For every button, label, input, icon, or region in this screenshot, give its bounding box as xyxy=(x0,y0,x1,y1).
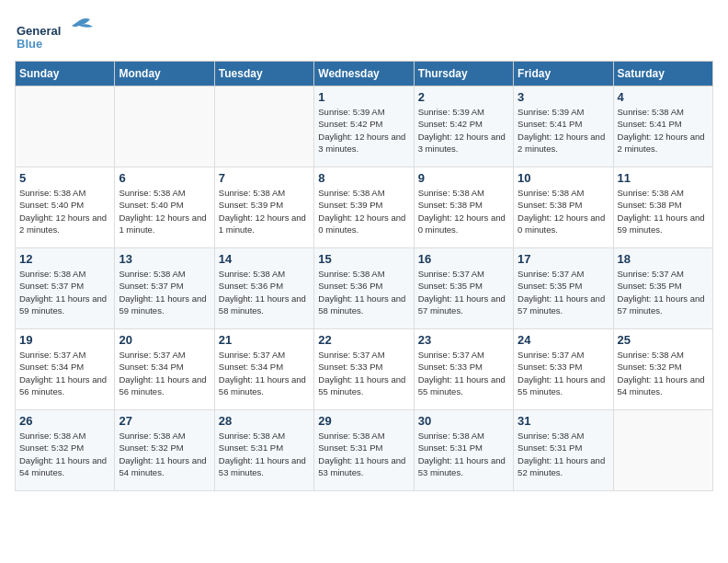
day-number: 5 xyxy=(19,171,110,185)
svg-text:Blue: Blue xyxy=(17,37,42,51)
calendar-cell: 24Sunrise: 5:37 AM Sunset: 5:33 PM Dayli… xyxy=(514,329,613,410)
calendar-cell: 31Sunrise: 5:38 AM Sunset: 5:31 PM Dayli… xyxy=(514,410,613,491)
day-info: Sunrise: 5:38 AM Sunset: 5:32 PM Dayligh… xyxy=(618,349,709,397)
calendar-cell: 18Sunrise: 5:37 AM Sunset: 5:35 PM Dayli… xyxy=(613,248,712,329)
day-number: 29 xyxy=(318,414,409,428)
calendar-week-row: 5Sunrise: 5:38 AM Sunset: 5:40 PM Daylig… xyxy=(16,167,713,248)
day-number: 12 xyxy=(19,252,110,266)
calendar-cell: 7Sunrise: 5:38 AM Sunset: 5:39 PM Daylig… xyxy=(214,167,313,248)
day-number: 22 xyxy=(318,333,409,347)
day-info: Sunrise: 5:38 AM Sunset: 5:36 PM Dayligh… xyxy=(318,268,409,316)
day-info: Sunrise: 5:38 AM Sunset: 5:31 PM Dayligh… xyxy=(518,430,609,478)
day-info: Sunrise: 5:39 AM Sunset: 5:41 PM Dayligh… xyxy=(518,106,609,155)
day-info: Sunrise: 5:38 AM Sunset: 5:39 PM Dayligh… xyxy=(318,187,409,236)
day-number: 24 xyxy=(518,333,609,347)
day-info: Sunrise: 5:38 AM Sunset: 5:31 PM Dayligh… xyxy=(418,430,509,478)
day-info: Sunrise: 5:38 AM Sunset: 5:39 PM Dayligh… xyxy=(219,187,310,236)
calendar-cell: 4Sunrise: 5:38 AM Sunset: 5:41 PM Daylig… xyxy=(613,86,712,167)
day-info: Sunrise: 5:38 AM Sunset: 5:31 PM Dayligh… xyxy=(318,430,409,478)
calendar-cell: 11Sunrise: 5:38 AM Sunset: 5:38 PM Dayli… xyxy=(613,167,712,248)
calendar-week-row: 19Sunrise: 5:37 AM Sunset: 5:34 PM Dayli… xyxy=(16,329,713,410)
calendar-week-row: 12Sunrise: 5:38 AM Sunset: 5:37 PM Dayli… xyxy=(16,248,713,329)
day-info: Sunrise: 5:38 AM Sunset: 5:31 PM Dayligh… xyxy=(219,430,310,478)
calendar-cell: 30Sunrise: 5:38 AM Sunset: 5:31 PM Dayli… xyxy=(414,410,513,491)
calendar-cell: 27Sunrise: 5:38 AM Sunset: 5:32 PM Dayli… xyxy=(115,410,214,491)
day-number: 26 xyxy=(19,414,110,428)
calendar-cell: 19Sunrise: 5:37 AM Sunset: 5:34 PM Dayli… xyxy=(16,329,115,410)
day-number: 4 xyxy=(618,90,709,104)
calendar-cell: 23Sunrise: 5:37 AM Sunset: 5:33 PM Dayli… xyxy=(414,329,513,410)
calendar-cell: 16Sunrise: 5:37 AM Sunset: 5:35 PM Dayli… xyxy=(414,248,513,329)
day-number: 14 xyxy=(219,252,310,266)
day-number: 18 xyxy=(618,252,709,266)
day-number: 25 xyxy=(618,333,709,347)
day-info: Sunrise: 5:38 AM Sunset: 5:40 PM Dayligh… xyxy=(119,187,210,236)
calendar-cell: 3Sunrise: 5:39 AM Sunset: 5:41 PM Daylig… xyxy=(514,86,613,167)
day-info: Sunrise: 5:37 AM Sunset: 5:35 PM Dayligh… xyxy=(418,268,509,316)
calendar-cell: 9Sunrise: 5:38 AM Sunset: 5:38 PM Daylig… xyxy=(414,167,513,248)
day-number: 31 xyxy=(518,414,609,428)
calendar-cell: 14Sunrise: 5:38 AM Sunset: 5:36 PM Dayli… xyxy=(214,248,313,329)
day-info: Sunrise: 5:38 AM Sunset: 5:32 PM Dayligh… xyxy=(119,430,210,478)
day-number: 13 xyxy=(119,252,210,266)
calendar-cell: 15Sunrise: 5:38 AM Sunset: 5:36 PM Dayli… xyxy=(314,248,414,329)
weekday-header-cell: Tuesday xyxy=(214,62,313,86)
calendar-cell: 29Sunrise: 5:38 AM Sunset: 5:31 PM Dayli… xyxy=(314,410,414,491)
svg-text:General: General xyxy=(17,24,61,38)
calendar-body: 1Sunrise: 5:39 AM Sunset: 5:42 PM Daylig… xyxy=(16,86,713,491)
weekday-header-cell: Wednesday xyxy=(314,62,414,86)
day-info: Sunrise: 5:38 AM Sunset: 5:38 PM Dayligh… xyxy=(418,187,509,236)
calendar-cell: 8Sunrise: 5:38 AM Sunset: 5:39 PM Daylig… xyxy=(314,167,414,248)
weekday-header-cell: Monday xyxy=(115,62,214,86)
calendar-cell: 25Sunrise: 5:38 AM Sunset: 5:32 PM Dayli… xyxy=(613,329,712,410)
calendar-cell xyxy=(613,410,712,491)
day-info: Sunrise: 5:37 AM Sunset: 5:33 PM Dayligh… xyxy=(518,349,609,397)
day-info: Sunrise: 5:39 AM Sunset: 5:42 PM Dayligh… xyxy=(418,106,509,155)
day-number: 7 xyxy=(219,171,310,185)
day-number: 27 xyxy=(119,414,210,428)
day-number: 15 xyxy=(318,252,409,266)
calendar-cell: 10Sunrise: 5:38 AM Sunset: 5:38 PM Dayli… xyxy=(514,167,613,248)
day-info: Sunrise: 5:37 AM Sunset: 5:34 PM Dayligh… xyxy=(119,349,210,397)
day-number: 19 xyxy=(19,333,110,347)
calendar-cell: 21Sunrise: 5:37 AM Sunset: 5:34 PM Dayli… xyxy=(214,329,313,410)
calendar-week-row: 1Sunrise: 5:39 AM Sunset: 5:42 PM Daylig… xyxy=(16,86,713,167)
day-info: Sunrise: 5:37 AM Sunset: 5:35 PM Dayligh… xyxy=(518,268,609,316)
calendar-cell: 12Sunrise: 5:38 AM Sunset: 5:37 PM Dayli… xyxy=(16,248,115,329)
calendar-cell: 6Sunrise: 5:38 AM Sunset: 5:40 PM Daylig… xyxy=(115,167,214,248)
calendar-table: SundayMondayTuesdayWednesdayThursdayFrid… xyxy=(15,61,713,491)
weekday-header-cell: Sunday xyxy=(16,62,115,86)
calendar-cell: 22Sunrise: 5:37 AM Sunset: 5:33 PM Dayli… xyxy=(314,329,414,410)
day-number: 28 xyxy=(219,414,310,428)
calendar-cell xyxy=(16,86,115,167)
day-info: Sunrise: 5:38 AM Sunset: 5:38 PM Dayligh… xyxy=(618,187,709,236)
calendar-cell xyxy=(214,86,313,167)
day-number: 2 xyxy=(418,90,509,104)
day-info: Sunrise: 5:38 AM Sunset: 5:38 PM Dayligh… xyxy=(518,187,609,236)
calendar-cell: 1Sunrise: 5:39 AM Sunset: 5:42 PM Daylig… xyxy=(314,86,414,167)
logo: General Blue xyxy=(15,15,97,52)
day-info: Sunrise: 5:37 AM Sunset: 5:35 PM Dayligh… xyxy=(618,268,709,316)
day-number: 3 xyxy=(518,90,609,104)
day-info: Sunrise: 5:38 AM Sunset: 5:41 PM Dayligh… xyxy=(618,106,709,155)
weekday-header-cell: Friday xyxy=(514,62,613,86)
day-info: Sunrise: 5:37 AM Sunset: 5:34 PM Dayligh… xyxy=(19,349,110,397)
day-number: 6 xyxy=(119,171,210,185)
day-number: 8 xyxy=(318,171,409,185)
calendar-cell: 20Sunrise: 5:37 AM Sunset: 5:34 PM Dayli… xyxy=(115,329,214,410)
day-number: 11 xyxy=(618,171,709,185)
day-info: Sunrise: 5:38 AM Sunset: 5:32 PM Dayligh… xyxy=(19,430,110,478)
calendar-cell: 13Sunrise: 5:38 AM Sunset: 5:37 PM Dayli… xyxy=(115,248,214,329)
day-info: Sunrise: 5:38 AM Sunset: 5:40 PM Dayligh… xyxy=(19,187,110,236)
day-number: 10 xyxy=(518,171,609,185)
calendar-cell: 2Sunrise: 5:39 AM Sunset: 5:42 PM Daylig… xyxy=(414,86,513,167)
calendar-week-row: 26Sunrise: 5:38 AM Sunset: 5:32 PM Dayli… xyxy=(16,410,713,491)
day-info: Sunrise: 5:38 AM Sunset: 5:37 PM Dayligh… xyxy=(119,268,210,316)
day-info: Sunrise: 5:38 AM Sunset: 5:36 PM Dayligh… xyxy=(219,268,310,316)
day-number: 9 xyxy=(418,171,509,185)
calendar-cell: 17Sunrise: 5:37 AM Sunset: 5:35 PM Dayli… xyxy=(514,248,613,329)
weekday-header-cell: Saturday xyxy=(613,62,712,86)
calendar-cell xyxy=(115,86,214,167)
weekday-header-row: SundayMondayTuesdayWednesdayThursdayFrid… xyxy=(16,62,713,86)
day-info: Sunrise: 5:37 AM Sunset: 5:33 PM Dayligh… xyxy=(418,349,509,397)
